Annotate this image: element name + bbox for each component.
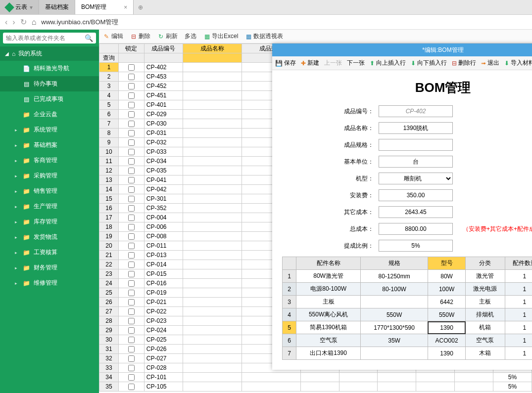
sidebar-item[interactable]: ▸📁销售管理 [0,183,99,199]
sidebar-item[interactable]: ▸📁库存管理 [0,214,99,229]
total-cost-field[interactable]: 8800.00 [379,223,453,235]
row-checkbox[interactable] [128,374,135,381]
parts-row[interactable]: 6空气泵35WACO002空气泵1台71.00 [283,334,532,347]
back-icon[interactable]: ‹ [5,18,7,27]
row-checkbox[interactable] [128,262,135,268]
row-checkbox[interactable] [128,196,135,202]
row-checkbox[interactable] [128,224,135,230]
row-checkbox[interactable] [128,308,135,315]
row-checkbox[interactable] [128,365,135,371]
other-cost-field[interactable]: 2643.45 [379,206,453,218]
row-checkbox[interactable] [128,327,135,334]
search-input[interactable] [6,35,85,42]
sidebar-item[interactable]: 📁企业云盘 [0,107,99,122]
forward-icon[interactable]: › [12,18,15,27]
row-checkbox[interactable] [128,337,135,343]
sidebar-item[interactable]: ▤待办事项 [0,76,99,91]
exit-button[interactable]: ➟退出 [481,59,499,67]
row-checkbox[interactable] [128,271,135,277]
parts-row[interactable]: 2电源80-100W80-100W100W激光电源1台450.00 [283,283,532,296]
tab-bom[interactable]: BOM管理 × [75,0,134,14]
save-button[interactable]: 💾保存 [275,59,296,67]
delete-row-button[interactable]: ⊟删除行 [452,59,476,67]
refresh-button[interactable]: ↻刷新 [157,32,178,41]
sidebar-item[interactable]: ▤已完成事项 [0,91,99,107]
pivot-button[interactable]: ▦数据透视表 [245,32,283,41]
row-checkbox[interactable] [128,130,135,136]
tree-root[interactable]: ◢ ⌂ 我的系统 [0,46,99,61]
row-checkbox[interactable] [128,158,135,165]
row-checkbox[interactable] [128,149,135,155]
row-checkbox[interactable] [128,177,135,183]
row-checkbox[interactable] [128,121,135,127]
parts-row[interactable]: 7出口木箱13901390木箱1个450.00 [283,347,532,360]
sidebar-item[interactable]: ▸📁采购管理 [0,168,99,183]
table-row[interactable]: 35CP-1055% [99,382,532,392]
row-checkbox[interactable] [128,252,135,259]
row-checkbox[interactable] [128,186,135,193]
home-icon[interactable]: ⌂ [32,18,37,27]
export-excel-button[interactable]: ▦导出Excel [203,32,238,41]
tab-basic[interactable]: 基础档案 [39,0,75,14]
name-field[interactable]: 1390脱机 [379,122,453,134]
sidebar-item[interactable]: ▸📁维修管理 [0,275,99,291]
row-checkbox[interactable] [128,299,135,306]
row-checkbox[interactable] [128,318,135,324]
query-row[interactable]: 查询 [99,53,119,63]
modal-titlebar[interactable]: *编辑:BOM管理 X [272,44,532,56]
sidebar-item[interactable]: ▸📁生产管理 [0,199,99,214]
parts-row[interactable]: 5简易1390机箱1770*1300*5901390机箱1个2200.00 [283,321,532,334]
parts-row[interactable]: 180W激光管80-1250mm80W激光管1支600.00 [283,270,532,283]
code-field[interactable]: CP-402 [379,105,453,117]
sidebar-item[interactable]: 📄精科激光导航 [0,61,99,76]
spec-field[interactable] [379,139,453,151]
sidebar-item[interactable]: ▸📁财务管理 [0,260,99,275]
multi-button[interactable]: 多选 [185,32,196,41]
ratio-field[interactable]: 5% [379,240,453,252]
row-checkbox[interactable] [128,355,135,362]
row-checkbox[interactable] [128,64,135,71]
row-checkbox[interactable] [128,205,135,212]
add-tab-icon[interactable]: ⊕ [134,0,147,14]
sidebar-item[interactable]: ▸📁工资核算 [0,245,99,260]
search-box[interactable]: 🔍 [3,33,96,44]
parts-row[interactable]: 3主板6442主板1个1454.55 [283,296,532,308]
row-checkbox[interactable] [128,346,135,352]
insert-up-button[interactable]: ⬆向上插入行 [370,59,406,67]
row-checkbox[interactable] [128,83,135,89]
delete-button[interactable]: ⊟删除 [130,32,150,41]
insert-down-button[interactable]: ⬇向下插入行 [411,59,447,67]
col-code[interactable]: 成品编号 [144,44,183,53]
sidebar-item[interactable]: ▸📁客商管理 [0,153,99,168]
col-lock[interactable]: 锁定 [118,44,144,53]
row-checkbox[interactable] [128,111,135,118]
row-checkbox[interactable] [128,215,135,221]
row-checkbox[interactable] [128,92,135,99]
row-checkbox[interactable] [128,168,135,174]
next-button[interactable]: 下一张 [347,59,365,67]
unit-field[interactable]: 台 [379,156,453,168]
edit-button[interactable]: ✎编辑 [103,32,123,41]
sidebar-item[interactable]: ▸📁发货物流 [0,229,99,245]
row-checkbox[interactable] [128,102,135,108]
parts-row[interactable]: 4550W离心风机550W550W排烟机1台180.00 [283,308,532,321]
row-checkbox[interactable] [128,290,135,296]
col-name[interactable]: 成品名称 [183,44,242,53]
sidebar-item[interactable]: ▸📁基础档案 [0,137,99,153]
parts-grid[interactable]: 配件名称 规格 型号 分类 配件数量 单位 配件单价 180W激光管80-125… [282,257,532,360]
sidebar-item[interactable]: ▸📁系统管理 [0,122,99,137]
import-material-button[interactable]: ⬇导入材料 [504,59,532,67]
close-icon[interactable]: × [124,4,127,11]
row-checkbox[interactable] [128,280,135,287]
search-icon[interactable]: 🔍 [85,34,93,42]
app-tab[interactable]: 云表 ▾ [0,0,39,14]
refresh-icon[interactable]: ↻ [20,17,27,27]
row-checkbox[interactable] [128,139,135,146]
fee-field[interactable]: 350.00 [379,189,453,201]
row-checkbox[interactable] [128,233,135,240]
row-checkbox[interactable] [128,74,135,80]
row-checkbox[interactable] [128,243,135,249]
table-row[interactable]: 34CP-1015% [99,373,532,382]
new-button[interactable]: ✚新建 [301,59,319,67]
row-checkbox[interactable] [128,384,135,390]
